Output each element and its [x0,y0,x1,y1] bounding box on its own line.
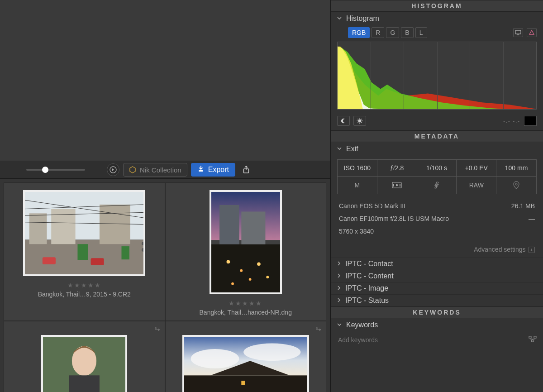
rating-1[interactable]: ★★★★★ [229,300,262,307]
chevron-right-icon [337,286,341,291]
share-button[interactable] [241,164,252,175]
thumbnail-3[interactable]: ⇆ [165,321,327,392]
camera-model: Canon EOS 5D Mark III [339,202,405,210]
nik-label: Nik Collection [140,166,181,174]
chevron-right-icon [337,273,341,279]
keywords-title: KEYWORDS [331,306,543,318]
shadows-clip-icon[interactable] [337,116,350,126]
svg-rect-15 [78,244,88,260]
export-button[interactable]: Export [191,163,235,177]
svg-point-24 [249,278,252,281]
export-download-icon [197,165,205,174]
svg-rect-14 [91,258,104,265]
exif-metering-icon [377,177,417,194]
dimensions: 5760 x 3840 [339,228,374,235]
keywords-header[interactable]: Keywords [331,318,543,332]
svg-rect-8 [100,205,130,244]
svg-point-26 [231,282,234,285]
exif-header[interactable]: Exif [331,142,543,156]
svg-point-25 [266,276,269,278]
thumbnail-image-2[interactable] [41,335,127,392]
highlights-clip-icon[interactable] [353,116,366,126]
svg-rect-35 [241,381,245,385]
pick-dots[interactable] [142,242,145,252]
svg-rect-18 [219,205,239,244]
main-area: Nik Collection Export [0,0,330,392]
svg-rect-29 [69,375,100,392]
lens-model: Canon EF100mm f/2.8L IS USM Macro [339,215,449,222]
svg-point-53 [515,183,517,185]
svg-line-46 [358,122,358,123]
svg-line-44 [358,119,358,120]
svg-rect-16 [122,246,129,259]
chevron-down-icon [337,16,342,21]
preview-area [0,0,330,161]
svg-point-21 [226,260,230,264]
svg-rect-54 [529,336,531,338]
keyword-tree-icon[interactable] [529,336,537,344]
thumbnail-image-3[interactable] [182,335,309,392]
thumbnail-2[interactable]: ⇆ [4,321,165,392]
iptc-content-header[interactable]: IPTC - Content [331,270,543,282]
thumbnail-image-0[interactable] [23,190,145,276]
exif-format: RAW [457,177,496,194]
sync-icon[interactable]: ⇆ [316,325,321,332]
svg-rect-50 [393,184,394,186]
lens-detail: — [529,215,535,222]
sync-icon[interactable]: ⇆ [155,325,160,332]
svg-marker-1 [130,167,135,173]
histogram-tabs: RGB R G B L [331,25,543,42]
thumbnail-0[interactable]: ★★★★★ Bangkok, Thail…9, 2015 - 9.CR2 [4,182,165,321]
tab-l[interactable]: L [415,27,427,38]
svg-rect-13 [43,257,56,264]
exif-details: Canon EOS 5D Mark III 26.1 MB Canon EF10… [331,198,543,243]
toolbar: Nik Collection Export [0,161,330,179]
clip-readout: -.- -.- [503,118,520,124]
thumbnail-1[interactable]: ★★★★★ Bangkok, Thail…hanced-NR.dng [165,182,327,321]
histogram-header[interactable]: Histogram [331,12,543,25]
keywords-input[interactable] [337,335,526,345]
svg-rect-6 [29,213,47,244]
chevron-right-icon [337,298,341,303]
nik-hex-icon [129,166,136,173]
thumbnail-image-1[interactable] [210,190,282,294]
tab-rgb[interactable]: RGB [348,27,370,38]
tab-r[interactable]: R [372,27,384,38]
monitor-icon[interactable] [513,28,523,37]
exif-mode: M [338,177,377,194]
exif-focal: 100 mm [496,160,536,177]
file-size: 26.1 MB [511,202,535,210]
histogram-display[interactable] [337,42,537,110]
rating-0[interactable]: ★★★★★ [67,282,101,289]
chevron-right-icon [337,261,341,267]
iptc-contact-header[interactable]: IPTC - Contact [331,258,543,270]
slider-thumb[interactable] [42,167,48,173]
svg-point-31 [191,349,239,368]
keywords-label: Keywords [346,321,378,329]
chevron-down-icon [337,146,342,152]
advanced-settings-link[interactable]: Advanced settings+ [331,243,543,258]
exif-ev: +0.0 EV [457,160,496,177]
svg-point-49 [396,184,398,186]
svg-line-47 [361,119,362,120]
exif-location-icon [496,177,536,194]
tab-b[interactable]: B [401,27,413,38]
svg-rect-33 [184,375,307,392]
chevron-down-icon [337,322,342,328]
thumbnail-size-slider[interactable] [26,169,85,171]
go-forward-button[interactable] [107,163,119,176]
svg-marker-38 [529,30,534,34]
film-strip[interactable]: ★★★★★ Bangkok, Thail…9, 2015 - 9.CR2 [0,179,330,392]
nik-collection-button[interactable]: Nik Collection [123,163,187,177]
exif-shutter: 1/100 s [417,160,457,177]
iptc-status-header[interactable]: IPTC - Status [331,294,543,306]
keywords-input-row [337,335,537,345]
gamut-icon[interactable] [527,28,537,37]
svg-point-32 [243,343,300,361]
iptc-image-header[interactable]: IPTC - Image [331,282,543,294]
svg-rect-51 [400,184,400,186]
exif-aperture: ƒ/2.8 [377,160,417,177]
color-swatch[interactable] [524,116,537,126]
tab-g[interactable]: G [386,27,399,38]
metadata-title: METADATA [331,130,543,142]
